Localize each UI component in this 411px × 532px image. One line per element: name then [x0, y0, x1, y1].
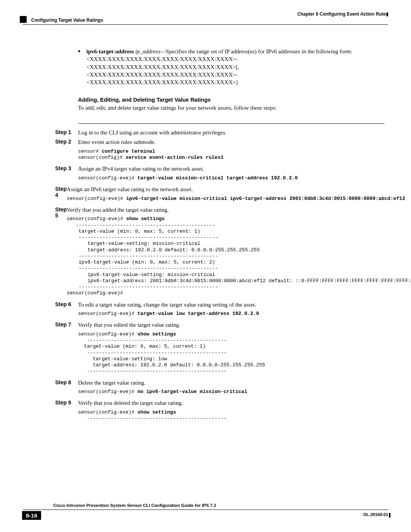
prompt: sensor(config-eve)#: [78, 331, 137, 337]
code-block: sensor(config-eve)# target-value mission…: [78, 175, 384, 181]
page-number: 8-16: [22, 511, 41, 520]
cmd: configure terminal: [102, 149, 155, 154]
cmd: show settings: [137, 331, 176, 337]
step-9: Step 9 Verify that you deleted the targe…: [78, 399, 384, 424]
step-text: Verify that you deleted the target value…: [78, 400, 183, 406]
step-body: Verify that you deleted the target value…: [78, 399, 384, 424]
step-1: Step 1 Log in to the CLI using an accoun…: [78, 129, 384, 137]
header-rule-bar: [387, 13, 388, 16]
output: ----------------------------------------…: [67, 222, 411, 296]
prompt: sensor(config-eve)#: [78, 389, 137, 395]
doc-ref: OL-29168-01: [363, 512, 388, 517]
cmd: target-value mission-critical target-add…: [137, 175, 298, 181]
step-label: Step 8: [55, 379, 78, 398]
step-body: To edit a target value rating, change th…: [78, 301, 384, 320]
step-label: Step 3: [55, 165, 78, 184]
step-body: Enter event action rules submode. sensor…: [78, 139, 384, 163]
bullet-cmd: ipv6-target-address: [86, 48, 134, 54]
section-label: Configuring Target Value Ratings: [31, 18, 103, 23]
step-label: Step 9: [55, 399, 78, 424]
step-body: Assign an IPv4 target value rating to th…: [78, 165, 384, 184]
subhead: Adding, Editing, and Deleting Target Val…: [78, 97, 384, 103]
chapter-label: Chapter 8 Configuring Event Action Rules: [297, 11, 388, 17]
bullet-arg: ip_address: [135, 48, 160, 54]
prompt: sensor(config-eve)#: [67, 216, 126, 222]
step-body: Verify that you added the target value r…: [67, 206, 411, 299]
code-block: sensor(config-eve)# ipv6-target-value mi…: [67, 196, 405, 202]
step-text: Delete the target value rating.: [78, 380, 146, 386]
prompt: sensor(config-eve)#: [78, 311, 137, 316]
cmd-pre: no ipv6: [137, 389, 158, 395]
cmd: target-value low target-address 192.0.2.…: [137, 311, 259, 316]
divider: [78, 123, 384, 124]
step-label: Step 7: [55, 321, 78, 377]
main-content: • ipv6-target-address ip_address—Specifi…: [78, 48, 384, 424]
prompt: sensor(config-eve)#: [78, 409, 137, 415]
step-label: Step 5: [55, 206, 67, 299]
step-text: To edit a target value rating, change th…: [78, 302, 256, 308]
bullet-dot: •: [78, 48, 86, 86]
prompt: sensor(config)#: [78, 155, 126, 160]
bullet-forms: <XXXX:XXXX:XXXX:XXXX:XXXX:XXXX:XXXX:XXXX…: [86, 56, 239, 85]
step-text: Assign an IPv4 target value rating to th…: [78, 166, 204, 172]
step-label: Step 1: [55, 129, 78, 137]
cmd: service event-action-rules rules1: [126, 155, 223, 160]
step-6: Step 6 To edit a target value rating, ch…: [78, 301, 384, 320]
cmd: show settings: [137, 409, 176, 415]
step-8: Step 8 Delete the target value rating. s…: [78, 379, 384, 398]
prompt: sensor#: [78, 149, 102, 154]
output: ----------------------------------------…: [78, 415, 226, 421]
step-2: Step 2 Enter event action rules submode.…: [78, 139, 384, 163]
prompt: sensor(config-eve)#: [78, 175, 137, 181]
step-label: Step 4: [55, 186, 67, 204]
step-3: Step 3 Assign an IPv4 target value ratin…: [78, 165, 384, 184]
code-block: sensor(config-eve)# show settings ------…: [78, 331, 384, 375]
footer-bar: [389, 513, 390, 518]
code-block: sensor(config-eve)# show settings ------…: [78, 409, 384, 422]
step-4: Step 4 Assign an IPv6 target value ratin…: [78, 186, 384, 204]
step-text: Verify that you edited the target value …: [78, 322, 180, 328]
cmd: ipv6-target-value mission-critical ipv6-…: [126, 196, 405, 201]
code-block: sensor(config-eve)# no ipv6-target-value…: [78, 389, 384, 395]
step-label: Step 6: [55, 301, 78, 320]
footer-title: Cisco Intrusion Prevention System Sensor…: [53, 503, 216, 508]
step-body: Verify that you edited the target value …: [78, 321, 384, 377]
step-text: Verify that you added the target value r…: [67, 207, 169, 213]
prompt: sensor(config-eve)#: [67, 196, 126, 201]
step-text: Assign an IPv6 target value rating to th…: [67, 186, 193, 192]
header-marker: [20, 16, 27, 23]
bullet-desc-tail: —Specifies the range set of IP address(e…: [160, 48, 352, 54]
step-body: Log in to the CLI using an account with …: [78, 129, 384, 137]
step-label: Step 2: [55, 139, 78, 163]
step-body: Delete the target value rating. sensor(c…: [78, 379, 384, 398]
output: ----------------------------------------…: [78, 337, 265, 374]
code-block: sensor(config-eve)# show settings ------…: [67, 216, 411, 296]
step-5: Step 5 Verify that you added the target …: [78, 206, 384, 299]
cmd: show settings: [126, 216, 164, 222]
bullet-text: ipv6-target-address ip_address—Specifies…: [86, 48, 384, 86]
code-block: sensor(config-eve)# target-value low tar…: [78, 311, 384, 317]
bullet-item: • ipv6-target-address ip_address—Specifi…: [78, 48, 384, 86]
intro-text: To add, edit, and delete target value ra…: [78, 104, 384, 112]
step-7: Step 7 Verify that you edited the target…: [78, 321, 384, 377]
steps-list: Step 1 Log in to the CLI using an accoun…: [78, 129, 384, 424]
step-text: Enter event action rules submode.: [78, 139, 156, 145]
footer-line: 8-16 OL-29168-01: [23, 510, 388, 521]
page-header: Chapter 8 Configuring Event Action Rules…: [23, 11, 388, 25]
cmd-rest: target-value mission-critical: [161, 389, 247, 395]
code-block: sensor# configure terminal sensor(config…: [78, 149, 384, 161]
page-footer: Cisco Intrusion Prevention System Sensor…: [23, 510, 388, 521]
step-body: Assign an IPv6 target value rating to th…: [67, 186, 405, 204]
